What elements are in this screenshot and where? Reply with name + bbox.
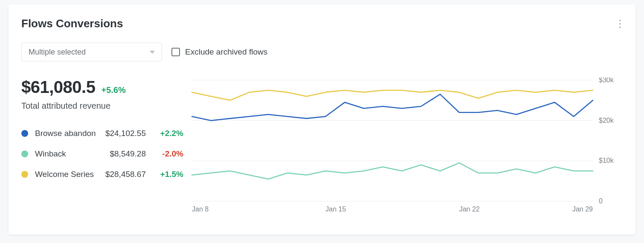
total-revenue-delta: +5.6% — [101, 85, 125, 95]
total-revenue-subtitle: Total attributed revenue — [21, 101, 183, 111]
card-title: Flows Conversions — [21, 17, 123, 30]
dropdown-label: Multiple selected — [29, 48, 86, 57]
chevron-down-icon — [150, 51, 155, 54]
legend-value: $28,458.67 — [105, 170, 146, 179]
legend-name: Winback — [35, 149, 66, 159]
legend-delta: +2.2% — [154, 129, 183, 138]
legend-value: $24,102.55 — [105, 129, 146, 138]
svg-text:$10k: $10k — [599, 157, 614, 164]
legend-delta: -2.0% — [154, 149, 183, 159]
svg-text:$30k: $30k — [599, 78, 614, 84]
svg-text:Jan 15: Jan 15 — [325, 205, 346, 213]
revenue-line-chart: 0$10k$20k$30kJan 8Jan 15Jan 22Jan 29 — [188, 78, 624, 214]
svg-text:$20k: $20k — [599, 117, 614, 124]
legend-swatch — [21, 171, 28, 178]
legend-swatch — [21, 130, 28, 137]
legend-value: $8,549.28 — [110, 149, 146, 159]
svg-text:Jan 29: Jan 29 — [572, 205, 593, 213]
exclude-archived-toggle[interactable]: Exclude archived flows — [171, 47, 267, 57]
flows-filter-dropdown[interactable]: Multiple selected — [21, 43, 162, 61]
more-menu-icon[interactable] — [617, 17, 624, 31]
legend-row[interactable]: Browse abandon$24,102.55+2.2% — [21, 129, 183, 138]
checkbox-icon — [171, 48, 180, 56]
legend-delta: +1.5% — [154, 170, 183, 179]
legend-row[interactable]: Winback$8,549.28-2.0% — [21, 149, 183, 159]
svg-text:Jan 8: Jan 8 — [192, 205, 209, 213]
exclude-archived-label: Exclude archived flows — [185, 47, 267, 57]
legend-row[interactable]: Welcome Series$28,458.67+1.5% — [21, 170, 183, 179]
legend-swatch — [21, 150, 28, 157]
svg-text:Jan 22: Jan 22 — [459, 205, 480, 213]
legend-name: Welcome Series — [35, 170, 94, 179]
summary-panel: $61,080.5 +5.6% Total attributed revenue… — [21, 78, 183, 179]
flows-conversions-card: Flows Conversions Multiple selected Excl… — [9, 4, 635, 234]
total-revenue-value: $61,080.5 — [21, 78, 95, 97]
svg-text:0: 0 — [599, 197, 603, 205]
legend: Browse abandon$24,102.55+2.2%Winback$8,5… — [21, 129, 183, 179]
legend-name: Browse abandon — [35, 129, 96, 138]
